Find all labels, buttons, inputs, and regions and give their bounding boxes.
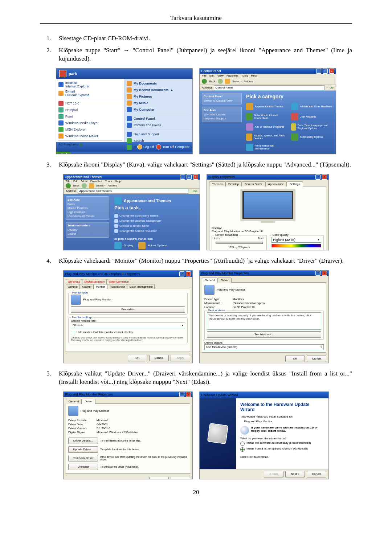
startmenu-item[interactable]: Search (127, 138, 190, 144)
cancel-button[interactable]: Cancel (307, 471, 326, 477)
tab-screensaver[interactable]: Screen Saver (242, 181, 265, 186)
up-icon[interactable] (89, 183, 94, 188)
category-item[interactable]: Add or Remove Programs (246, 123, 289, 131)
sidebar-link[interactable]: Windows Update (204, 112, 240, 116)
help-icon[interactable]: ? (179, 271, 184, 276)
update-driver-button[interactable]: Update Driver... (68, 446, 98, 453)
address-input[interactable]: Appearance and Themes (78, 189, 188, 194)
cancel-button[interactable]: Cancel (307, 356, 326, 362)
startmenu-item[interactable]: My Computer (127, 106, 190, 113)
back-icon[interactable] (66, 183, 71, 188)
close-icon[interactable]: × (193, 175, 198, 180)
startmenu-item[interactable]: My Documents (127, 80, 190, 87)
close-icon[interactable]: × (186, 392, 191, 397)
category-item[interactable]: User Accounts (291, 113, 334, 120)
sidebar-link[interactable]: Fonts (68, 202, 107, 206)
startmenu-item[interactable]: MSN Explorer (58, 126, 122, 133)
minimize-icon[interactable]: _ (316, 69, 321, 74)
titlebar[interactable]: Hardware Update Wizard (200, 392, 328, 398)
apply-button[interactable]: Apply (171, 355, 190, 361)
device-usage-select[interactable]: Use this device (enable)▾ (204, 344, 324, 350)
resolution-slider[interactable] (216, 242, 263, 244)
close-icon[interactable]: × (186, 271, 191, 276)
task-link[interactable]: Change the screen resolution (114, 229, 197, 234)
category-item[interactable]: Performance and Maintenance (246, 144, 289, 151)
task-link[interactable]: Choose a screen saver (114, 223, 197, 229)
startmenu-item[interactable]: Notepad (58, 107, 122, 113)
tab-appearance[interactable]: Appearance (265, 181, 287, 186)
tab-driver[interactable]: Driver (82, 399, 95, 404)
uninstall-button[interactable]: Uninstall (68, 464, 98, 470)
cp-icon-folder-options[interactable]: Folder Options (138, 242, 167, 249)
tab-general[interactable]: General (66, 399, 82, 404)
sidebar-link[interactable]: Display (68, 228, 107, 232)
turnoff-button[interactable]: Turn Off Computer (156, 144, 189, 149)
startmenu-item[interactable]: Paint (58, 113, 122, 120)
tab-adapter[interactable]: Adapter (80, 284, 94, 289)
startmenu-item[interactable]: E-mailOutlook Express (58, 89, 122, 98)
minimize-icon[interactable]: _ (180, 175, 185, 180)
ok-button[interactable]: OK (285, 356, 305, 362)
close-icon[interactable]: × (329, 69, 334, 74)
refresh-rate-select[interactable]: 60 Hertz▾ (71, 323, 185, 328)
close-icon[interactable]: × (322, 175, 327, 180)
sidebar-link[interactable]: Mouse Pointers (68, 206, 107, 210)
up-icon[interactable] (225, 79, 230, 84)
tab-device-selection[interactable]: Device Selection (82, 279, 107, 284)
color-quality-select[interactable]: Highest (32 bit)▾ (271, 237, 322, 243)
menubar[interactable]: FileEditViewFavoritesToolsHelp (200, 74, 336, 78)
startmenu-item[interactable]: Printers and Faxes (127, 122, 190, 128)
driver-details-button[interactable]: Driver Details... (68, 438, 98, 444)
cancel-button[interactable]: Cancel (171, 477, 190, 479)
tab-monitor[interactable]: Monitor (94, 284, 107, 289)
help-icon[interactable]: ? (315, 175, 320, 180)
tab-settings[interactable]: Settings (287, 181, 303, 186)
ok-button[interactable]: OK (149, 477, 169, 479)
tab-desktop[interactable]: Desktop (225, 181, 242, 186)
logoff-button[interactable]: Log Off (137, 144, 154, 149)
titlebar[interactable]: Plug and Play Monitor Properties ? × (64, 392, 192, 397)
next-button[interactable]: Next > (285, 471, 305, 477)
back-button[interactable]: < Back (264, 471, 283, 477)
hide-modes-checkbox[interactable]: Hide modes that this monitor cannot disp… (71, 331, 185, 335)
category-item[interactable]: Network and Internet Connections (246, 113, 289, 120)
titlebar[interactable]: Display Properties ? × (207, 175, 328, 180)
tab-driver[interactable]: Driver (218, 278, 231, 283)
sidebar-link[interactable]: User Account Picture (68, 214, 107, 218)
titlebar[interactable]: Plug and Play Monitor Properties ? × (200, 271, 328, 276)
sidebar-link[interactable]: High Contrast (68, 210, 107, 214)
category-appearance[interactable]: Appearance and Themes (246, 103, 289, 110)
category-item[interactable]: Printers and Other Hardware (291, 103, 334, 110)
startmenu-item[interactable]: My Music (127, 100, 190, 106)
tab-troubleshoot[interactable]: Troubleshoot (107, 284, 127, 289)
cancel-button[interactable]: Cancel (149, 355, 169, 361)
titlebar[interactable]: Plug and Play Monitor and 3D Prophet III… (64, 271, 192, 277)
startmenu-item[interactable]: Help and Support (127, 131, 190, 138)
go-button[interactable]: → Go (326, 86, 334, 89)
all-programs[interactable]: All Programs▶ (58, 142, 122, 147)
radio-auto[interactable]: Install the software automatically (Reco… (240, 441, 324, 446)
sidebar-link[interactable]: Sound (68, 232, 107, 236)
tab-themes[interactable]: Themes (209, 181, 225, 186)
startmenu-item[interactable]: Windows Movie Maker (58, 133, 122, 139)
radio-list[interactable]: Install from a list or specific location… (240, 447, 324, 452)
task-link[interactable]: Change the desktop background (114, 218, 197, 223)
menubar[interactable]: FileEditViewFavoritesToolsHelp (64, 180, 200, 183)
tab-general[interactable]: General (202, 278, 218, 283)
maximize-icon[interactable]: □ (323, 69, 328, 74)
tab-color-correction[interactable]: Color Correction (107, 279, 131, 284)
tab-color-mgmt[interactable]: Color Management (127, 284, 155, 289)
sidebar-link[interactable]: Help and Support (204, 116, 240, 120)
startmenu-item[interactable]: InternetInternet Explorer (58, 80, 122, 89)
properties-button[interactable]: Properties (71, 306, 185, 313)
startmenu-item[interactable]: HCT 10.0 (58, 100, 122, 107)
startmenu-item-control-panel[interactable]: Control Panel (127, 115, 190, 122)
help-icon[interactable]: ? (315, 271, 320, 276)
tab-general[interactable]: General (66, 284, 80, 289)
switch-view-link[interactable]: Switch to Classic View (204, 99, 240, 103)
category-item[interactable]: Accessibility Options (291, 134, 334, 141)
startmenu-item[interactable]: Windows Media Player (58, 120, 122, 126)
troubleshoot-button[interactable]: Troubleshoot... (207, 331, 321, 338)
titlebar[interactable]: Control Panel _ □ × (200, 69, 336, 74)
startmenu-item[interactable]: My Pictures (127, 93, 190, 100)
